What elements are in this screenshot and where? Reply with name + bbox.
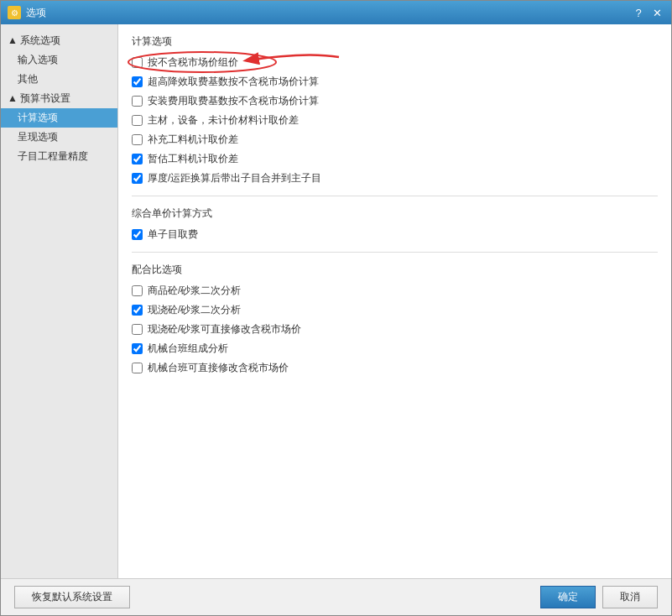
annotated-checkbox-container: 按不含税市场价组价 <box>132 55 238 70</box>
checkbox-temp-diff[interactable]: 暂估工料机计取价差 <box>132 152 658 166</box>
checkbox-high-eff-fee[interactable]: 超高降效取费基数按不含税市场价计算 <box>132 75 658 89</box>
sidebar-item-display-options[interactable]: 呈现选项 <box>1 128 117 147</box>
checkbox-concrete-sand1[interactable]: 商品砼/砂浆二次分析 <box>132 284 658 298</box>
help-button[interactable]: ? <box>631 5 646 20</box>
checkbox-mech-modify[interactable]: 机械台班可直接修改含税市场价 <box>132 361 658 375</box>
checkbox-thickness-merge[interactable]: 厚度/运距换算后带出子目合并到主子目 <box>132 171 658 185</box>
checkbox-main-material-diff-input[interactable] <box>132 115 143 126</box>
checkbox-main-material-diff[interactable]: 主材，设备，未计价材料计取价差 <box>132 113 658 128</box>
checkbox-concrete-sand3[interactable]: 现浇砼/砂浆可直接修改含税市场价 <box>132 322 658 337</box>
divider2 <box>132 252 658 253</box>
checkbox-supplement-diff-label: 补充工料机计取价差 <box>148 133 238 147</box>
section2-title: 综合单价计算方式 <box>132 206 658 221</box>
checkbox-mech-modify-input[interactable] <box>132 363 143 373</box>
checkbox-sub-item-fee[interactable]: 单子目取费 <box>132 227 658 242</box>
title-bar: ⚙ 选项 ? ✕ <box>1 1 671 24</box>
checkbox-sub-item-fee-label: 单子目取费 <box>148 227 198 242</box>
checkbox-mech-analysis-input[interactable] <box>132 343 143 354</box>
sidebar-item-budget-settings[interactable]: ▲ 预算书设置 <box>1 89 117 108</box>
tree-arrow: ▲ <box>8 34 20 46</box>
checkbox-tax-market-price-label: 按不含税市场价组价 <box>148 55 238 70</box>
checkbox-supplement-diff-input[interactable] <box>132 134 143 145</box>
checkbox-concrete-sand1-label: 商品砼/砂浆二次分析 <box>148 284 241 298</box>
dialog-body: ▲ ▲ 系统选项系统选项 输入选项 其他 ▲ 预算书设置 计算选项 呈现选项 子… <box>1 24 671 578</box>
checkbox-concrete-sand3-input[interactable] <box>132 324 143 335</box>
checkbox-concrete-sand2-label: 现浇砼/砂浆二次分析 <box>148 303 241 317</box>
footer-left: 恢复默认系统设置 <box>14 586 130 608</box>
confirm-button[interactable]: 确定 <box>540 586 596 608</box>
checkbox-thickness-merge-label: 厚度/运距换算后带出子目合并到主子目 <box>148 171 321 185</box>
checkbox-high-eff-fee-label: 超高降效取费基数按不含税市场价计算 <box>148 75 319 89</box>
dialog-footer: 恢复默认系统设置 确定 取消 <box>1 578 671 615</box>
checkbox-mech-modify-label: 机械台班可直接修改含税市场价 <box>148 361 289 375</box>
footer-right: 确定 取消 <box>540 586 658 608</box>
title-buttons: ? ✕ <box>631 5 664 20</box>
checkbox-temp-diff-label: 暂估工料机计取价差 <box>148 152 238 166</box>
sidebar-item-input-options[interactable]: 输入选项 <box>1 50 117 70</box>
checkbox-concrete-sand3-label: 现浇砼/砂浆可直接修改含税市场价 <box>148 322 301 337</box>
section3-title: 配合比选项 <box>132 263 658 277</box>
sidebar-item-sub-precision[interactable]: 子目工程量精度 <box>1 147 117 166</box>
checkbox-concrete-sand2[interactable]: 现浇砼/砂浆二次分析 <box>132 303 658 317</box>
close-button[interactable]: ✕ <box>649 5 664 20</box>
checkbox-concrete-sand2-input[interactable] <box>132 305 143 316</box>
checkbox-tax-market-price-input[interactable] <box>132 57 143 68</box>
section1-title: 计算选项 <box>132 34 658 49</box>
sidebar-item-other[interactable]: 其他 <box>1 70 117 89</box>
sidebar-item-sys-options[interactable]: ▲ ▲ 系统选项系统选项 <box>1 31 117 50</box>
options-dialog: ⚙ 选项 ? ✕ ▲ ▲ 系统选项系统选项 输入选项 其他 ▲ 预算书设置 计算… <box>0 0 672 616</box>
reset-button[interactable]: 恢复默认系统设置 <box>14 586 130 608</box>
checkbox-tax-market-price[interactable]: 按不含税市场价组价 <box>132 55 238 70</box>
checkbox-install-fee[interactable]: 安装费用取费基数按不含税市场价计算 <box>132 94 658 108</box>
checkbox-concrete-sand1-input[interactable] <box>132 285 143 296</box>
checkbox-sub-item-fee-input[interactable] <box>132 229 143 240</box>
checkbox-high-eff-fee-input[interactable] <box>132 76 143 87</box>
checkbox-install-fee-input[interactable] <box>132 96 143 107</box>
checkbox-install-fee-label: 安装费用取费基数按不含税市场价计算 <box>148 94 319 108</box>
divider1 <box>132 196 658 196</box>
sidebar: ▲ ▲ 系统选项系统选项 输入选项 其他 ▲ 预算书设置 计算选项 呈现选项 子… <box>1 24 118 578</box>
title-bar-left: ⚙ 选项 <box>8 6 46 20</box>
checkbox-thickness-merge-input[interactable] <box>132 173 143 184</box>
dialog-title: 选项 <box>26 6 46 20</box>
checkbox-mech-analysis[interactable]: 机械台班组成分析 <box>132 342 658 356</box>
sidebar-item-calc-options[interactable]: 计算选项 <box>1 108 117 128</box>
checkbox-supplement-diff[interactable]: 补充工料机计取价差 <box>132 133 658 147</box>
checkbox-mech-analysis-label: 机械台班组成分析 <box>148 342 228 356</box>
cancel-button[interactable]: 取消 <box>602 586 658 608</box>
checkbox-temp-diff-input[interactable] <box>132 154 143 164</box>
dialog-icon: ⚙ <box>8 6 21 19</box>
checkbox-main-material-diff-label: 主材，设备，未计价材料计取价差 <box>148 113 299 128</box>
main-content: 计算选项 按不含税市场价组价 <box>118 24 671 578</box>
